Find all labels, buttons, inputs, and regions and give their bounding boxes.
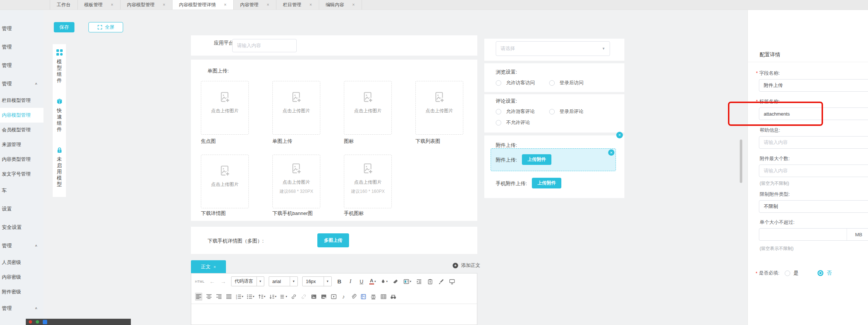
- radio-unchecked[interactable]: [496, 120, 501, 126]
- close-icon[interactable]: ×: [111, 3, 114, 7]
- rail-item-disabled-models[interactable]: 未启用模型: [57, 147, 62, 187]
- sidebar-item[interactable]: 管理: [0, 56, 43, 75]
- image-button[interactable]: [310, 293, 317, 301]
- tab-content-model-mgmt[interactable]: 内容模型管理×: [121, 0, 172, 10]
- underline-button[interactable]: U: [358, 278, 365, 286]
- max-size-input[interactable]: [759, 229, 847, 240]
- code-language-select[interactable]: 代码语言▼: [231, 276, 264, 286]
- sidebar-item-doc-number[interactable]: 发文字号管理: [0, 167, 43, 181]
- sidebar-item[interactable]: 车: [0, 181, 43, 200]
- option-allow-guest-comment[interactable]: 允许游客评论: [496, 108, 535, 115]
- close-icon[interactable]: ×: [352, 3, 355, 7]
- radio-unchecked[interactable]: [496, 80, 501, 86]
- tab-content-model-detail[interactable]: 内容模型管理详情×: [172, 0, 234, 10]
- radio-unchecked[interactable]: [496, 109, 501, 114]
- radio-no-checked[interactable]: [818, 270, 823, 276]
- paste-button[interactable]: [427, 278, 433, 286]
- image-upload-button[interactable]: [320, 293, 327, 301]
- background-color-button[interactable]: ▾: [380, 278, 388, 286]
- tab-edit-content[interactable]: 编辑内容×: [319, 0, 362, 10]
- eraser-button[interactable]: [392, 278, 399, 286]
- sidebar-item[interactable]: 管理: [0, 20, 43, 38]
- upload-dropzone-icon[interactable]: 点击上传图片: [344, 81, 392, 135]
- sidebar-item-content-model[interactable]: 内容模型管理: [0, 108, 43, 123]
- close-icon[interactable]: ×: [267, 3, 269, 7]
- upload-dropzone-download-list-image[interactable]: 点击上传图片: [415, 81, 463, 135]
- remove-attachment-section-button[interactable]: ✕: [616, 132, 623, 138]
- option-no-comment[interactable]: 不允许评论: [496, 119, 530, 126]
- undo-button[interactable]: ←: [209, 278, 216, 286]
- font-size-select[interactable]: 16px▼: [302, 276, 332, 286]
- page-break-button[interactable]: [370, 293, 377, 301]
- help-info-input[interactable]: 请输入内容: [759, 136, 868, 149]
- editor-content-area[interactable]: [191, 304, 477, 325]
- sidebar-item-attachment-secrecy[interactable]: 附件密级: [0, 285, 43, 299]
- save-button[interactable]: 保存: [54, 22, 74, 32]
- music-button[interactable]: ♪: [340, 293, 347, 301]
- font-color-button[interactable]: A▾: [369, 278, 376, 286]
- video-button[interactable]: [330, 293, 337, 301]
- tag-name-input[interactable]: attachments: [759, 107, 868, 120]
- option-login-visit[interactable]: 登录后访问: [549, 80, 583, 86]
- line-height-increase-button[interactable]: ▾: [258, 293, 265, 301]
- close-icon[interactable]: ×: [224, 3, 227, 7]
- tab-body-text[interactable]: 正文 ×: [191, 260, 226, 273]
- sidebar-item-content-type[interactable]: 内容类型管理: [0, 152, 43, 167]
- radio-unchecked[interactable]: [549, 80, 555, 86]
- taskbar-green-icon[interactable]: [36, 320, 39, 324]
- search-binoculars-button[interactable]: [390, 293, 397, 301]
- sidebar-item-member-model[interactable]: 会员模型管理: [0, 123, 43, 137]
- indent-button[interactable]: [416, 278, 422, 286]
- radio-yes[interactable]: [785, 271, 790, 276]
- please-select-dropdown[interactable]: 请选择 ▼: [496, 41, 610, 56]
- taskbar-red-icon[interactable]: [29, 320, 32, 324]
- type-limit-input[interactable]: 不限制: [759, 200, 868, 213]
- paragraph-style-button[interactable]: ▾: [403, 278, 411, 286]
- sidebar-item[interactable]: 管理: [0, 38, 43, 56]
- remove-attachment-field-button[interactable]: ✕: [608, 149, 614, 156]
- sidebar-item-content-secrecy[interactable]: 内容密级: [0, 270, 43, 285]
- vertical-scrollbar-thumb[interactable]: [740, 139, 742, 183]
- ordered-list-button[interactable]: 123▾: [236, 293, 243, 301]
- upload-dropzone-download-detail-image[interactable]: 点击上传图片: [201, 155, 249, 208]
- italic-button[interactable]: I: [347, 278, 354, 286]
- format-brush-button[interactable]: [438, 278, 445, 286]
- rail-item-model-components[interactable]: 模型组件: [56, 49, 63, 84]
- preview-monitor-button[interactable]: [449, 278, 456, 286]
- app-platform-input[interactable]: 请输入内容: [232, 39, 297, 52]
- option-allow-guest-visit[interactable]: 允许访客访问: [496, 80, 535, 86]
- sidebar-item-settings[interactable]: 设置: [0, 200, 43, 218]
- bold-button[interactable]: B: [336, 278, 343, 286]
- upload-dropzone-mobile-icon[interactable]: 点击上传图片 建议160 * 160PX: [344, 155, 392, 208]
- upload-attachment-button[interactable]: 上传附件: [522, 154, 551, 165]
- align-justify-button[interactable]: [226, 293, 232, 301]
- rail-item-quick-components[interactable]: 快速组件: [56, 98, 63, 133]
- upload-dropzone-single-image[interactable]: 点击上传图片: [272, 81, 320, 135]
- multi-upload-button[interactable]: 多图上传: [317, 233, 349, 247]
- fullscreen-button[interactable]: 全屏: [88, 22, 123, 32]
- map-button[interactable]: [360, 293, 367, 301]
- tab-template-mgmt[interactable]: 模板管理×: [78, 0, 121, 10]
- unordered-list-button[interactable]: ▾: [247, 293, 254, 301]
- radio-unchecked[interactable]: [549, 109, 555, 114]
- redo-button[interactable]: →: [220, 278, 227, 286]
- field-name-input[interactable]: 附件上传: [759, 79, 868, 92]
- link-button[interactable]: [290, 293, 297, 301]
- html-source-button[interactable]: HTML: [195, 278, 205, 286]
- sidebar-item-security[interactable]: 安全设置: [0, 218, 43, 237]
- align-left-button[interactable]: [195, 293, 202, 301]
- sidebar-item-column-model[interactable]: 栏目模型管理: [0, 93, 43, 108]
- sidebar-item[interactable]: 管理∧: [0, 299, 43, 318]
- tab-column-mgmt[interactable]: 栏目管理×: [276, 0, 319, 10]
- table-button[interactable]: [380, 293, 387, 301]
- list-indent-button[interactable]: ▾: [280, 293, 287, 301]
- close-icon[interactable]: ×: [213, 265, 216, 269]
- attachment-button[interactable]: [350, 293, 357, 301]
- tab-content-mgmt[interactable]: 内容管理×: [234, 0, 276, 10]
- upload-dropzone-focus-image[interactable]: 点击上传图片: [201, 81, 249, 135]
- close-icon[interactable]: ×: [163, 3, 165, 7]
- add-body-text-button[interactable]: + 添加正文: [453, 262, 480, 269]
- sidebar-item-source-mgmt[interactable]: 来源管理: [0, 137, 43, 152]
- upload-dropzone-mobile-banner[interactable]: 点击上传图片 建议668 * 320PX: [272, 155, 320, 208]
- option-login-comment[interactable]: 登录后评论: [549, 108, 583, 115]
